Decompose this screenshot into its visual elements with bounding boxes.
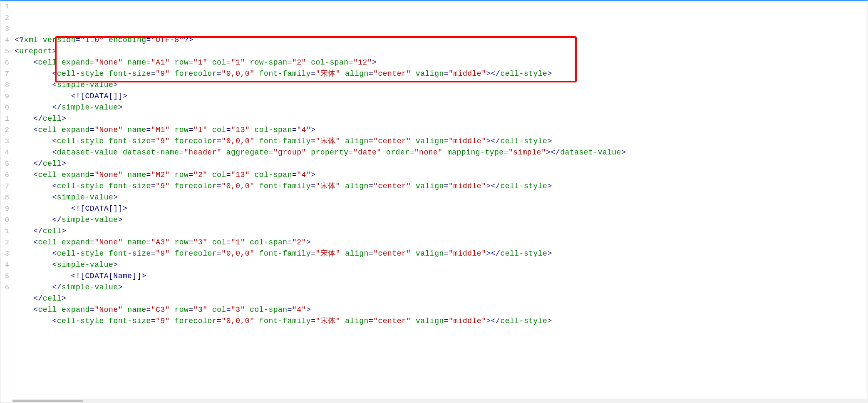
code-line[interactable]: <cell expand="None" name="M1" row="1" co… (15, 124, 868, 136)
horizontal-scrollbar[interactable] (12, 399, 868, 403)
line-number-gutter: 12345678901234567890123456 (0, 1, 12, 403)
line-number: 5 (0, 46, 9, 57)
code-line[interactable]: <cell-style font-size="9" forecolor="0,0… (15, 68, 868, 80)
line-number: 3 (0, 136, 9, 147)
code-line[interactable]: <![CDATA[]]> (15, 203, 868, 214)
code-line[interactable]: <cell-style font-size="9" forecolor="0,0… (15, 316, 868, 327)
line-number: 9 (0, 203, 9, 214)
line-number: 7 (0, 181, 9, 192)
code-line[interactable]: <cell expand="None" name="A3" row="3" co… (15, 237, 868, 248)
line-number: 6 (0, 57, 9, 68)
code-line[interactable]: <ureport> (15, 46, 868, 57)
code-area[interactable]: <?xml version="1.0" encoding="UTF-8"?><u… (12, 1, 868, 403)
code-line[interactable]: </cell> (15, 226, 868, 237)
code-line[interactable]: <simple-value> (15, 259, 868, 271)
line-number: 4 (0, 147, 9, 158)
line-number: 7 (0, 68, 9, 80)
code-line[interactable]: </simple-value> (15, 102, 868, 113)
line-number: 4 (0, 259, 9, 271)
line-number: 2 (0, 12, 9, 23)
code-editor[interactable]: 12345678901234567890123456 <?xml version… (0, 0, 868, 403)
code-line[interactable]: <cell-style font-size="9" forecolor="0,0… (15, 181, 868, 192)
code-line[interactable]: <![CDATA[]]> (15, 91, 868, 102)
line-number: 0 (0, 102, 9, 113)
line-number: 2 (0, 237, 9, 248)
code-line[interactable]: <![CDATA[Name]]> (15, 271, 868, 282)
code-line[interactable]: <cell expand="None" name="A1" row="1" co… (15, 57, 868, 68)
code-line[interactable]: </simple-value> (15, 214, 868, 226)
code-line[interactable]: <cell expand="None" name="M2" row="2" co… (15, 169, 868, 181)
line-number: 6 (0, 169, 9, 181)
line-number: 1 (0, 1, 9, 12)
code-line[interactable]: <simple-value> (15, 192, 868, 203)
code-line[interactable]: <cell-style font-size="9" forecolor="0,0… (15, 248, 868, 259)
code-line[interactable]: <simple-value> (15, 80, 868, 91)
line-number: 5 (0, 271, 9, 282)
code-line[interactable]: </cell> (15, 158, 868, 169)
line-number: 9 (0, 91, 9, 102)
code-line[interactable]: </simple-value> (15, 282, 868, 293)
line-number: 3 (0, 23, 9, 35)
code-line[interactable]: <cell expand="None" name="C3" row="3" co… (15, 304, 868, 316)
line-number: 0 (0, 214, 9, 226)
code-line[interactable]: <?xml version="1.0" encoding="UTF-8"?> (15, 35, 868, 46)
code-line[interactable]: </cell> (15, 293, 868, 304)
code-line[interactable]: </cell> (15, 113, 868, 124)
line-number: 8 (0, 80, 9, 91)
line-number: 5 (0, 158, 9, 169)
line-number: 4 (0, 35, 9, 46)
code-line[interactable]: <cell-style font-size="9" forecolor="0,0… (15, 136, 868, 147)
line-number: 6 (0, 282, 9, 293)
line-number: 1 (0, 226, 9, 237)
line-number: 1 (0, 113, 9, 124)
line-number: 8 (0, 192, 9, 203)
line-number: 2 (0, 124, 9, 136)
line-number: 3 (0, 248, 9, 259)
code-line[interactable]: <dataset-value dataset-name="header" agg… (15, 147, 868, 158)
